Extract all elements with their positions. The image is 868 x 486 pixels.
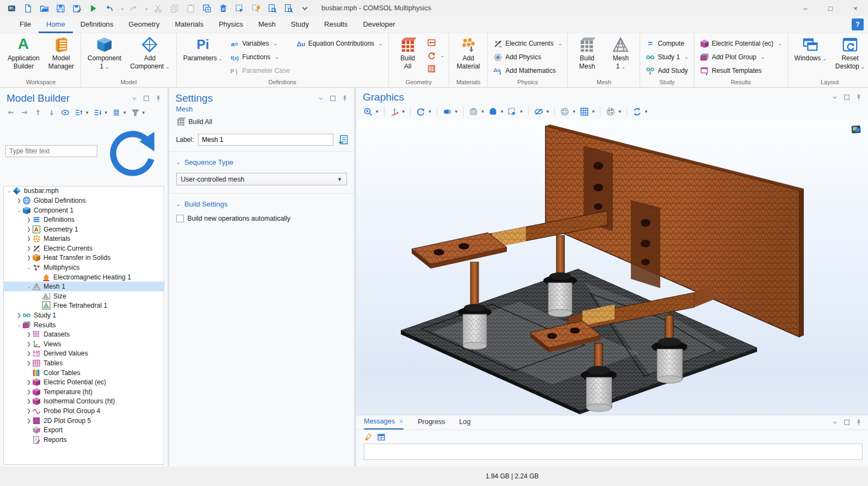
redo-button[interactable] <box>127 2 141 15</box>
tree-item-mesh-1[interactable]: ⌄Mesh 1 <box>4 282 164 291</box>
chevron-right-icon[interactable]: ❯ <box>26 332 32 337</box>
chevron-right-icon[interactable]: ❯ <box>26 408 32 414</box>
add-physics-button[interactable]: Add Physics <box>491 51 564 63</box>
arrow-down-icon[interactable] <box>47 108 56 117</box>
tab-definitions[interactable]: Definitions <box>73 16 121 33</box>
tree-item-global-definitions[interactable]: ❯Global Definitions <box>4 196 164 205</box>
chevron-right-icon[interactable]: ❯ <box>26 236 32 241</box>
wireframe-button[interactable]: ▾ <box>559 105 577 118</box>
tab-messages[interactable]: Messages✕ <box>364 418 404 429</box>
tree-item-2d-plot-group-5[interactable]: ❯2D Plot Group 5 <box>4 416 164 426</box>
tree-item-derived-values[interactable]: ❯8.85e-12Derived Values <box>4 349 164 359</box>
chevron-down-icon[interactable]: ⌄ <box>26 265 32 270</box>
tree-item-free-tetrahedral-1[interactable]: Free Tetrahedral 1 <box>4 301 164 311</box>
select-button[interactable] <box>232 2 246 15</box>
update-geometry-button[interactable]: ⌄ <box>426 50 446 61</box>
tree-item-datasets[interactable]: ❯Datasets <box>4 329 164 339</box>
chevron-right-icon[interactable]: ❯ <box>26 246 32 251</box>
tree-item-probe-plot-group-4[interactable]: ❯Probe Plot Group 4 <box>4 406 164 416</box>
label-helper-icon[interactable] <box>338 134 349 145</box>
tab-progress[interactable]: Progress <box>418 418 445 429</box>
add-mathematics-button[interactable]: ΔuAdd Mathematics <box>491 65 564 77</box>
study-1-button[interactable]: Study 1⌄ <box>643 51 690 63</box>
panel-float-icon[interactable] <box>843 94 851 101</box>
close-button[interactable]: × <box>843 0 868 16</box>
tree-item-color-tables[interactable]: Color Tables <box>4 368 164 378</box>
partition-button[interactable] <box>426 63 446 74</box>
tab-developer[interactable]: Developer <box>355 16 402 33</box>
physics-interface-button[interactable]: Electric Currents⌄ <box>491 38 564 49</box>
tree-item-geometry-1[interactable]: ❯AGeometry 1 <box>4 225 164 234</box>
panel-float-icon[interactable] <box>142 95 150 102</box>
tab-home[interactable]: Home <box>39 16 73 33</box>
save-button[interactable] <box>53 2 67 15</box>
table-messages-icon[interactable] <box>377 433 386 441</box>
arrow-right-icon[interactable] <box>20 108 29 117</box>
rotate-view-button[interactable]: ▾ <box>414 105 433 118</box>
chevron-down-icon[interactable]: ⌄ <box>6 188 13 194</box>
cut-button[interactable] <box>151 2 165 15</box>
tree-item-export[interactable]: Export <box>4 425 164 435</box>
chevron-right-icon[interactable]: ❯ <box>26 389 32 395</box>
brush-messages-icon[interactable] <box>364 433 373 441</box>
tree-item-temperature-ht-[interactable]: ❯Temperature (ht) <box>4 387 164 397</box>
build-all-button[interactable]: Build All <box>169 113 354 126</box>
tree-item-busbar-mph[interactable]: ⌄busbar.mph <box>4 186 164 196</box>
build-all-geometry-button[interactable]: Build All <box>392 34 424 72</box>
image-snapshot-icon[interactable] <box>850 124 863 135</box>
tab-physics[interactable]: Physics <box>211 16 251 33</box>
list-up-icon[interactable] <box>75 108 83 117</box>
tree-item-component-1[interactable]: ⌄Component 1 <box>4 205 164 215</box>
add-plot-group-button[interactable]: Add Plot Group⌄ <box>698 51 784 63</box>
windows-button[interactable]: Windows⌄ <box>791 34 830 64</box>
scene-shade-button[interactable]: ▾ <box>487 105 505 118</box>
component-1-button[interactable]: Component 1⌄ <box>84 34 125 72</box>
chevron-right-icon[interactable]: ❯ <box>26 398 32 404</box>
tree-item-electromagnetic-heating-1[interactable]: Electromagnetic Heating 1 <box>4 272 164 282</box>
tree-item-tables[interactable]: ❯Tables <box>4 358 164 368</box>
variables-button[interactable]: a=Variables⌄ <box>228 38 292 49</box>
view-3d-button[interactable]: ▾ <box>441 105 460 118</box>
mesh-1-button[interactable]: Mesh 1⌄ <box>605 34 636 72</box>
tree-item-definitions[interactable]: ❯Definitions <box>4 215 164 225</box>
undo-button[interactable] <box>102 2 116 15</box>
panel-chevron-icon[interactable] <box>831 94 839 101</box>
tree-item-materials[interactable]: ❯Materials <box>4 234 164 244</box>
sync-view-button[interactable]: ▾ <box>631 105 649 118</box>
chevron-right-icon[interactable]: ❯ <box>26 255 32 260</box>
build-mesh-button[interactable]: Build Mesh <box>571 34 603 72</box>
help-button[interactable]: ? <box>852 18 864 30</box>
tab-study[interactable]: Study <box>283 16 317 33</box>
grid-view-button[interactable]: ▾ <box>578 105 597 118</box>
collapse-refresh-button[interactable] <box>101 120 163 183</box>
add-component-button[interactable]: Add Component⌄ <box>127 34 173 72</box>
save-as-button[interactable] <box>70 2 84 15</box>
chevron-right-icon[interactable]: ❯ <box>16 313 22 318</box>
functions-button[interactable]: f(x)Functions⌄ <box>228 51 292 63</box>
tree-item-results[interactable]: ⌄Results <box>4 320 164 330</box>
chevron-right-icon[interactable]: ❯ <box>26 341 32 347</box>
chevron-right-icon[interactable]: ❯ <box>26 418 32 423</box>
chevron-right-icon[interactable]: ❯ <box>26 217 32 222</box>
plot-group-button[interactable]: Electric Potential (ec)⌄ <box>698 38 784 49</box>
tree-item-electric-potential-ec-[interactable]: ❯Electric Potential (ec) <box>4 377 164 387</box>
reset-desktop-button[interactable]: Reset Desktop⌄ <box>832 34 868 72</box>
run-button[interactable] <box>86 2 100 15</box>
zoom-in-button[interactable]: ▾ <box>362 105 380 118</box>
list-flat-icon[interactable] <box>112 108 121 117</box>
select-graphics-button[interactable]: ▾ <box>506 105 524 118</box>
eye-icon[interactable] <box>61 108 70 117</box>
duplicate-button[interactable] <box>200 2 214 15</box>
panel-float-icon[interactable] <box>329 95 337 102</box>
minimize-button[interactable]: – <box>793 0 818 16</box>
mesh-label-input[interactable] <box>198 134 333 146</box>
tree-item-reports[interactable]: Reports <box>4 435 164 445</box>
maximize-button[interactable]: □ <box>818 0 843 16</box>
chevron-right-icon[interactable]: ❯ <box>26 227 32 232</box>
tab-mesh[interactable]: Mesh <box>251 16 283 33</box>
chevron-down-icon[interactable]: ⌄ <box>120 5 125 11</box>
graphics-canvas[interactable] <box>356 120 868 415</box>
copy-button[interactable] <box>167 2 181 15</box>
customize-toolbar-button[interactable] <box>297 2 312 15</box>
chevron-right-icon[interactable]: ❯ <box>26 360 32 366</box>
